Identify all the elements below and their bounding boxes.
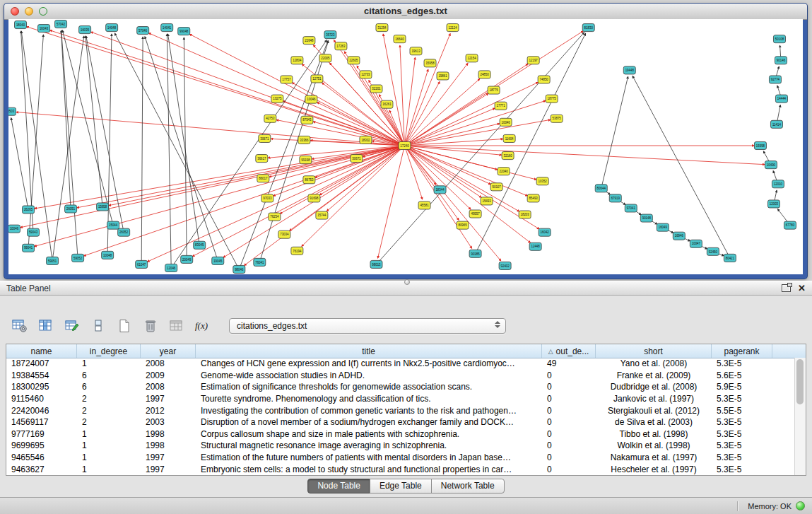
graph-node[interactable]: 53875	[551, 115, 563, 122]
graph-node[interactable]: 12751	[311, 75, 323, 83]
graph-node[interactable]: 45581	[418, 201, 430, 209]
graph-node[interactable]: 86017	[257, 175, 269, 182]
new-table-icon[interactable]	[114, 317, 134, 335]
graph-node[interactable]: 76041	[254, 258, 266, 266]
graph-node[interactable]: 14041	[161, 24, 173, 32]
graph-node[interactable]: 17263	[335, 42, 347, 50]
table-row[interactable]: 1456911722003Disruption of a novel membe…	[6, 416, 795, 428]
graph-node[interactable]: 18775	[488, 86, 500, 94]
graph-node[interactable]: 97033	[261, 194, 273, 202]
graph-node[interactable]: 22605	[348, 57, 360, 64]
graph-node[interactable]: 10490	[765, 161, 777, 169]
graph-node[interactable]: 90185	[469, 250, 481, 257]
column-header-pagerank[interactable]: pagerank	[712, 344, 772, 358]
column-header-title[interactable]: title	[196, 344, 542, 358]
graph-node[interactable]: 19448	[623, 66, 635, 74]
graph-node[interactable]: 67780	[784, 221, 796, 229]
graph-node[interactable]: 92774	[769, 76, 781, 83]
graph-node[interactable]: 10047	[690, 240, 702, 247]
graph-node[interactable]: 49557	[469, 210, 481, 218]
graph-node[interactable]: 10048	[102, 251, 114, 259]
column-header-year[interactable]: year	[141, 344, 196, 358]
graph-node[interactable]: 18203	[519, 211, 531, 218]
graph-node[interactable]: 35723	[324, 31, 336, 39]
graph-node[interactable]: 15958	[424, 59, 436, 67]
graph-node[interactable]: 32160	[502, 152, 514, 160]
graph-node[interactable]: 90146	[775, 57, 787, 64]
network-window-titlebar[interactable]: citations_edges.txt	[4, 4, 807, 20]
graph-node[interactable]: 50108	[773, 35, 785, 43]
table-row[interactable]: 911546021997Tourette syndrome. Phenomeno…	[6, 393, 795, 405]
delete-table-icon[interactable]	[141, 317, 160, 335]
table-row[interactable]: 2242004622012Investigating the contribut…	[6, 404, 795, 416]
graph-node[interactable]: 98046	[233, 265, 245, 273]
graph-node[interactable]: 10046	[305, 95, 317, 103]
graph-node[interactable]: 90148	[640, 214, 652, 222]
table-settings-icon[interactable]	[10, 317, 30, 335]
graph-node[interactable]: 16261	[381, 100, 393, 108]
graph-node[interactable]: 16043	[38, 25, 50, 33]
graph-node[interactable]: 11604	[503, 134, 515, 142]
graph-node[interactable]: 10352	[536, 177, 548, 185]
table-select-dropdown[interactable]: citations_edges.txt	[229, 318, 506, 334]
graph-node[interactable]: 73034	[278, 230, 290, 238]
graph-node[interactable]: 92450	[707, 247, 719, 255]
graph-node[interactable]: 17771	[495, 102, 507, 110]
scrollbar-thumb[interactable]	[796, 359, 804, 404]
graph-node[interactable]: 17757	[281, 76, 293, 83]
graph-node[interactable]: 87543	[301, 116, 313, 124]
graph-node[interactable]: 11414	[770, 120, 782, 128]
graph-node[interactable]: 18344	[434, 186, 446, 194]
graph-node[interactable]: 80644	[595, 185, 607, 192]
graph-node[interactable]: 61047	[136, 260, 148, 268]
graph-node[interactable]: 18040	[15, 21, 27, 29]
graph-node[interactable]: 67919	[609, 194, 621, 202]
graph-node[interactable]: 76194	[291, 247, 303, 255]
tab-node-table[interactable]: Node Table	[307, 479, 370, 493]
graph-node[interactable]: 99198	[300, 156, 312, 164]
function-builder-icon[interactable]: f(x)	[193, 317, 213, 335]
table-row[interactable]: 977716911998Corpus callosum shape and si…	[6, 428, 795, 440]
graph-node[interactable]: 16946	[673, 232, 685, 240]
graph-node[interactable]: 36617	[256, 155, 268, 163]
table-row[interactable]: 1872400712008Changes of HCN gene express…	[6, 358, 795, 370]
graph-node[interactable]: 31254	[376, 24, 388, 32]
graph-node[interactable]: 14048	[106, 24, 118, 32]
graph-node[interactable]: 85493	[527, 194, 539, 202]
table-row[interactable]: 946554611997Estimation of the future num…	[6, 452, 795, 464]
graph-node[interactable]: 81830	[582, 24, 594, 32]
graph-node[interactable]: 92402	[499, 262, 511, 269]
graph-node[interactable]: 57046	[137, 27, 149, 35]
column-header-out_degree[interactable]: △out_de...	[542, 344, 596, 358]
graph-node[interactable]: 16640	[394, 35, 406, 43]
table-row[interactable]: 1938455462009Genome-wide association stu…	[6, 370, 795, 382]
graph-node[interactable]: 80965	[457, 221, 469, 229]
graph-node[interactable]: 15493	[481, 197, 493, 205]
column-header-in_degree[interactable]: in_degree	[77, 344, 141, 358]
row-height-icon[interactable]	[88, 317, 108, 335]
graph-node[interactable]: 76254	[269, 213, 281, 221]
graph-node[interactable]: 16049	[657, 223, 669, 231]
edit-table-icon[interactable]	[62, 317, 82, 335]
graph-node[interactable]: 99041	[23, 244, 35, 252]
graph-node[interactable]: 12197	[527, 57, 539, 64]
graph-node[interactable]: 10046	[8, 225, 20, 233]
graph-node[interactable]: 33366	[298, 136, 310, 144]
graph-node[interactable]: 26265	[23, 206, 35, 214]
graph-node[interactable]: 20503	[8, 107, 16, 115]
graph-node[interactable]: 19861	[437, 72, 449, 80]
graph-node[interactable]: 13275	[271, 95, 283, 103]
graph-node[interactable]: 80421	[724, 254, 736, 262]
graph-node[interactable]: 12733	[360, 71, 372, 78]
close-panel-icon[interactable]: ✕	[798, 284, 806, 293]
graph-node[interactable]: 19613	[410, 47, 422, 55]
graph-node[interactable]: 12046	[165, 264, 177, 271]
column-header-name[interactable]: name	[6, 344, 77, 358]
graph-node[interactable]: 12003	[767, 200, 779, 208]
graph-node[interactable]: 91698	[308, 194, 320, 202]
graph-node[interactable]: 12804	[291, 57, 303, 64]
graph-node[interactable]: 22005	[319, 54, 331, 62]
graph-node[interactable]: 12010	[772, 180, 784, 188]
graph-node[interactable]: 15958	[754, 141, 766, 149]
vertical-scrollbar[interactable]	[794, 358, 806, 475]
